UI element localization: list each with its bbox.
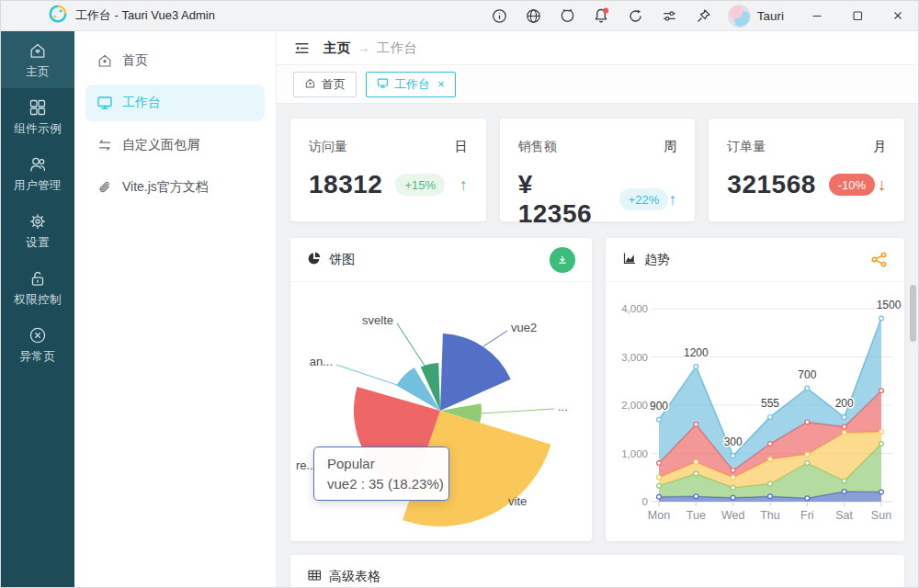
info-icon[interactable] [482,1,516,31]
area-chart-icon [622,251,637,269]
tab-close-icon[interactable]: × [437,77,445,91]
download-button[interactable] [550,247,575,273]
refresh-icon[interactable] [618,1,652,31]
app-window: 工作台 - Tauri Vue3 Admin [0,0,919,588]
svg-text:vue2: vue2 [511,321,537,334]
tab-label: 首页 [322,76,346,93]
sidebar-item-error-pages[interactable]: 异常页 [1,316,74,373]
home-heart-icon [28,40,48,61]
users-icon [28,154,48,175]
submenu-item-workbench[interactable]: 工作台 [85,85,265,121]
notification-bell-icon[interactable] [584,1,618,31]
sidebar-item-settings[interactable]: 设置 [1,202,74,259]
stat-value: 321568 [727,170,815,199]
notification-dot [603,8,608,14]
sidebar-item-users[interactable]: 用户管理 [1,145,74,202]
globe-icon[interactable] [516,1,550,31]
stat-title: 销售额 [518,139,557,155]
svg-text:svelte: svelte [362,313,393,327]
submenu-item-vite-docs[interactable]: Vite.js官方文档 [85,169,265,206]
pie-chart[interactable]: vue2...vitere...an...svelte [290,282,592,541]
github-icon[interactable] [550,1,584,31]
sidebar-item-permissions[interactable]: 权限控制 [1,259,74,316]
svg-text:3,000: 3,000 [621,352,648,363]
card-title: 趋势 [644,252,670,268]
sidebar-item-label: 主页 [26,64,50,80]
minimize-button[interactable] [797,1,837,31]
sidebar-item-label: 设置 [26,235,50,251]
swap-arrows-icon [96,137,113,153]
svg-text:1500: 1500 [877,299,902,311]
card-title: 饼图 [329,252,355,268]
main-header: 主页 → 工作台 [277,31,918,65]
advanced-table-card: 高级表格 [290,555,904,587]
error-circle-icon [28,325,48,345]
submenu-item-index[interactable]: 首页 [85,42,265,79]
sidebar-item-label: 用户管理 [14,178,62,194]
svg-text:1,000: 1,000 [621,448,648,459]
card-title: 高级表格 [329,569,380,585]
trend-chart-card: 趋势 01,0002,0003, [606,238,904,541]
sidebar-item-label: 异常页 [20,349,56,365]
main-area: 主页 → 工作台 首页 [277,31,918,587]
sidebar-item-components[interactable]: 组件示例 [1,88,74,145]
share-nodes-icon[interactable] [870,251,888,268]
svg-text:Mon: Mon [648,509,670,522]
tab-bar: 首页 工作台 × [277,65,918,104]
svg-text:4,000: 4,000 [621,303,648,314]
trend-down-icon: ↓ [878,175,886,195]
gear-icon [28,211,48,232]
svg-text:900: 900 [650,400,668,413]
username: Tauri [757,9,784,23]
table-icon [307,568,322,586]
stat-period: 日 [455,139,468,155]
svg-text:...: ... [558,400,568,413]
sidebar-item-label: 组件示例 [14,121,62,137]
window-title: 工作台 - Tauri Vue3 Admin [75,7,215,24]
stat-card-visits: 访问量 日 18312 +15% ↑ [290,119,486,221]
svg-text:an...: an... [310,355,333,368]
svg-text:Sat: Sat [835,509,853,522]
svg-text:555: 555 [761,397,779,410]
stat-value: 18312 [309,170,382,199]
sidebar-item-label: 权限控制 [14,292,62,308]
submenu-item-label: Vite.js官方文档 [122,179,209,196]
chart-tooltip: Popular vue2 : 35 (18.23%) [313,447,449,501]
stat-period: 周 [664,139,676,155]
home-icon [304,77,316,92]
vertical-scrollbar[interactable] [910,285,916,342]
maximize-button[interactable] [837,1,878,31]
pie-chart-icon [307,251,322,269]
tab-workbench[interactable]: 工作台 × [366,72,456,97]
collapse-menu-icon[interactable] [293,40,311,57]
tauri-logo-icon [49,5,67,27]
page-content: 访问量 日 18312 +15% ↑ 销售额 周 [277,104,918,587]
monitor-icon [96,95,113,111]
paperclip-icon [96,179,113,196]
stat-badge: -10% [829,174,875,196]
breadcrumb-home[interactable]: 主页 [323,40,350,57]
pie-chart-card: 饼图 vue2...vitere...an...svelte [290,238,592,541]
sidebar-item-home[interactable]: 主页 [1,31,74,88]
stat-title: 访问量 [309,139,347,155]
trend-up-icon: ↑ [460,175,468,195]
close-button[interactable] [878,1,918,31]
submenu-item-custom-breadcrumb[interactable]: 自定义面包屑 [85,127,265,164]
svg-text:200: 200 [835,397,854,410]
svg-text:Thu: Thu [760,509,780,522]
svg-text:2,000: 2,000 [621,400,648,411]
trend-up-icon: ↑ [668,190,676,209]
settings-sliders-icon[interactable] [652,1,686,31]
user-avatar[interactable] [728,5,751,28]
tab-label: 工作台 [394,76,430,93]
breadcrumb-current: 工作台 [377,40,417,57]
tab-index[interactable]: 首页 [293,72,357,97]
stats-row: 访问量 日 18312 +15% ↑ 销售额 周 [290,119,904,221]
stat-badge: +22% [619,188,669,210]
tooltip-value: vue2 : 35 (18.23%) [327,476,436,492]
pin-icon[interactable] [686,1,720,31]
trend-chart[interactable]: 01,0002,0003,0004,000MonTueWedThuFriSatS… [606,282,904,541]
svg-text:1200: 1200 [684,346,709,359]
svg-text:Fri: Fri [800,509,814,522]
stat-card-sales: 销售额 周 ¥ 12356 +22% ↑ [500,119,696,221]
